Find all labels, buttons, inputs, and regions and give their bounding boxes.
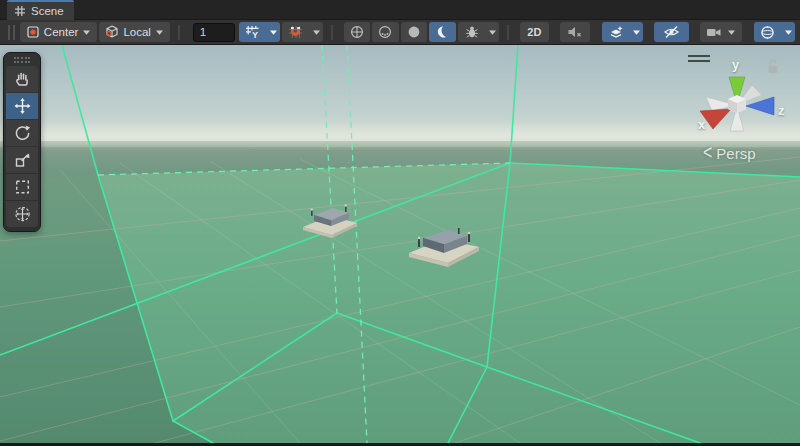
grid-snap-y-icon: Y <box>245 25 260 39</box>
camera-icon <box>706 26 722 39</box>
pivot-mode-label: Center <box>44 26 79 38</box>
rect-icon <box>13 178 32 196</box>
axis-y-label[interactable]: y <box>732 57 739 72</box>
toolbar-separator <box>178 25 183 40</box>
grid-snap-button[interactable]: Y <box>239 22 267 42</box>
palette-drag-handle[interactable] <box>6 56 38 64</box>
draw-mode-button[interactable] <box>344 22 371 42</box>
rect-tool[interactable] <box>6 174 38 200</box>
pivot-center-icon <box>26 25 40 39</box>
effects-dropdown[interactable] <box>630 22 643 42</box>
axis-z-label[interactable]: z <box>778 103 785 118</box>
orientation-mode-button[interactable]: Local <box>99 22 170 42</box>
effects-button[interactable] <box>602 22 630 42</box>
speaker-muted-icon <box>567 25 583 39</box>
shaded-mode-button[interactable] <box>372 22 399 42</box>
grid-icon <box>14 5 26 17</box>
2d-mode-button[interactable]: 2D <box>520 22 549 42</box>
toolbar-separator <box>331 25 336 40</box>
scene-lighting-button[interactable] <box>429 22 456 42</box>
horizon-haze <box>0 121 800 151</box>
move-tool[interactable] <box>6 93 38 119</box>
wireframe-sphere-icon <box>350 25 364 39</box>
rotate-icon <box>13 124 32 142</box>
projection-toggle[interactable]: < Persp <box>703 144 756 162</box>
magnet-icon <box>288 25 303 39</box>
moon-icon <box>436 25 450 39</box>
scale-icon <box>13 151 32 169</box>
chevron-down-icon <box>488 29 497 36</box>
gizmos-button[interactable] <box>754 22 782 42</box>
scene-visibility-button[interactable] <box>654 22 688 42</box>
scale-tool[interactable] <box>6 147 38 173</box>
magnet-snap-dropdown[interactable] <box>310 22 323 42</box>
solid-mode-button[interactable] <box>401 22 428 42</box>
transform-icon <box>13 205 32 223</box>
gizmos-dropdown[interactable] <box>782 22 795 42</box>
chevron-down-icon <box>632 29 641 36</box>
scene-tab-label: Scene <box>31 5 64 17</box>
unity-scene-window: Scene Center Local <box>0 0 800 446</box>
hamburger-icon[interactable] <box>688 55 710 64</box>
filled-circle-icon <box>407 25 421 39</box>
chevron-down-icon <box>312 29 321 36</box>
hand-tool[interactable] <box>6 66 38 92</box>
cube-axes-icon <box>105 25 119 39</box>
scene-canvas[interactable] <box>0 45 800 443</box>
tool-palette <box>3 52 41 232</box>
toolbar-separator <box>507 25 512 40</box>
bug-icon <box>465 25 479 39</box>
chevron-down-icon <box>155 29 164 36</box>
eye-hidden-icon <box>663 25 680 39</box>
tab-strip: Scene <box>0 0 800 20</box>
rotate-tool[interactable] <box>6 120 38 146</box>
debug-mode-button[interactable] <box>458 22 486 42</box>
camera-settings-button[interactable] <box>700 22 742 42</box>
grid-snap-dropdown[interactable] <box>267 22 280 42</box>
magnet-snap-button[interactable] <box>282 22 310 42</box>
chevron-down-icon <box>82 29 91 36</box>
chevron-down-icon <box>727 29 736 36</box>
orientation-mode-label: Local <box>123 26 151 38</box>
chevron-down-icon <box>784 29 793 36</box>
pivot-mode-button[interactable]: Center <box>20 22 98 42</box>
orbit-gizmo-icon <box>760 25 775 40</box>
lock-open-icon[interactable] <box>766 59 780 75</box>
transform-tool[interactable] <box>6 201 38 227</box>
scene-audio-button[interactable] <box>560 22 590 42</box>
scene-toolbar: Center Local Y <box>0 20 800 45</box>
projection-label: Persp <box>716 145 755 162</box>
move-icon <box>13 97 32 115</box>
2d-mode-label: 2D <box>527 26 541 38</box>
layers-star-icon <box>609 25 624 39</box>
snap-increment-input[interactable] <box>193 23 235 42</box>
scene-viewport[interactable]: y x z < Persp <box>0 45 800 443</box>
dotted-sphere-icon <box>378 25 392 39</box>
toolbar-drag-handle[interactable] <box>8 25 15 40</box>
projection-arrow-icon: < <box>703 142 712 165</box>
scene-tab[interactable]: Scene <box>7 0 74 20</box>
chevron-down-icon <box>269 29 278 36</box>
debug-mode-dropdown[interactable] <box>486 22 499 42</box>
svg-text:Y: Y <box>252 30 258 39</box>
hand-icon <box>13 70 32 88</box>
axis-x-label[interactable]: x <box>698 117 705 132</box>
